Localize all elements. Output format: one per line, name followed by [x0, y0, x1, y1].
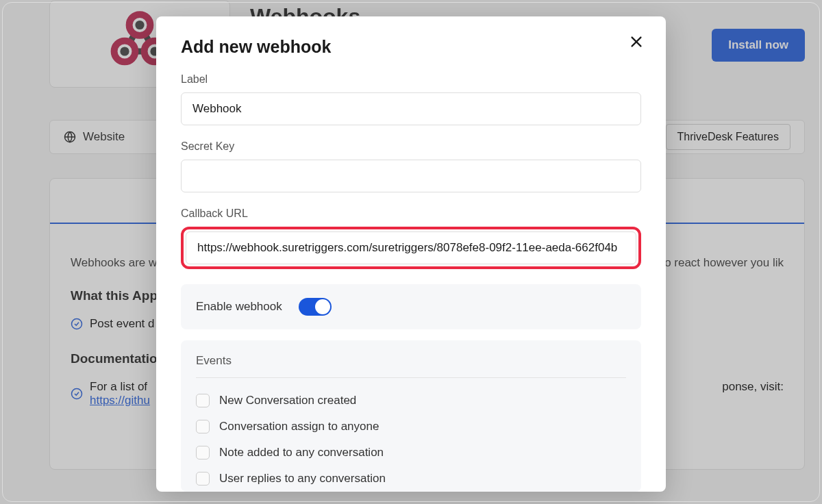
- event-item: New Conversation created: [196, 388, 626, 414]
- event-item: User replies to any conversation: [196, 466, 626, 492]
- event-item: Note added to any conversation: [196, 440, 626, 466]
- event-label: Conversation assign to anyone: [219, 420, 379, 433]
- enable-webhook-section: Enable webhook: [181, 284, 641, 329]
- modal-title: Add new webhook: [181, 37, 641, 57]
- event-checkbox[interactable]: [196, 446, 210, 459]
- callback-url-input[interactable]: [186, 231, 636, 264]
- event-label: User replies to any conversation: [219, 472, 386, 486]
- modal-overlay: Add new webhook Label Secret Key Callbac…: [0, 0, 822, 504]
- event-checkbox[interactable]: [196, 394, 210, 407]
- enable-webhook-label: Enable webhook: [196, 300, 282, 314]
- secret-key-input[interactable]: [181, 160, 641, 192]
- callback-url-highlight: [181, 227, 641, 269]
- event-label: Note added to any conversation: [219, 446, 384, 459]
- close-button[interactable]: [626, 32, 647, 54]
- callback-url-field-label: Callback URL: [181, 207, 641, 220]
- event-item: Conversation assign to anyone: [196, 414, 626, 440]
- add-webhook-modal: Add new webhook Label Secret Key Callbac…: [156, 16, 666, 492]
- events-section: Events New Conversation created Conversa…: [181, 340, 641, 492]
- label-input[interactable]: [181, 92, 641, 125]
- event-checkbox[interactable]: [196, 420, 210, 433]
- close-icon: [629, 34, 644, 49]
- event-label: New Conversation created: [219, 394, 356, 407]
- label-field-label: Label: [181, 73, 641, 86]
- event-checkbox[interactable]: [196, 472, 210, 486]
- events-title: Events: [196, 354, 626, 378]
- secret-key-field-label: Secret Key: [181, 140, 641, 153]
- enable-webhook-toggle[interactable]: [299, 298, 332, 316]
